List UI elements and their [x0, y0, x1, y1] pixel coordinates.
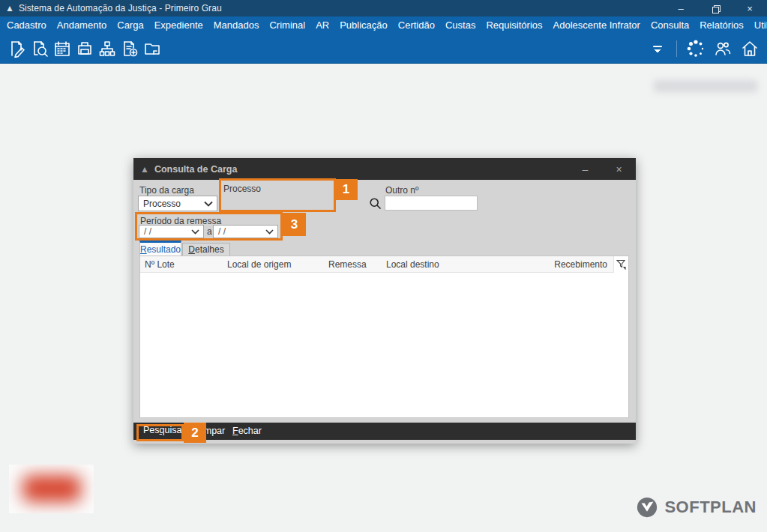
data-fim-select[interactable]: / /: [213, 225, 278, 238]
home-icon[interactable]: [739, 38, 761, 59]
column-header-local-origem[interactable]: Local de origem: [227, 259, 328, 270]
search-icon[interactable]: [369, 197, 382, 213]
edit-document-icon[interactable]: [6, 38, 28, 59]
loading-spinner-icon: [685, 38, 707, 59]
filter-icon[interactable]: [613, 256, 628, 273]
toolbar-right-group: [646, 38, 761, 59]
dialog-titlebar[interactable]: ▲ Consulta de Carga – ×: [133, 158, 636, 180]
menu-mandados[interactable]: Mandados: [208, 17, 265, 33]
fechar-button[interactable]: Fechar: [232, 426, 262, 436]
printer-icon[interactable]: [73, 38, 96, 59]
users-icon[interactable]: [712, 38, 734, 59]
softplan-logo: SOFTPLAN: [636, 496, 757, 519]
menu-andamento[interactable]: Andamento: [52, 17, 112, 33]
menu-consulta[interactable]: Consulta: [646, 17, 694, 33]
blurred-partner-logo: [9, 465, 94, 513]
menu-relatorios[interactable]: Relatórios: [694, 17, 749, 33]
softplan-emblem-icon: [636, 496, 658, 519]
menu-custas[interactable]: Custas: [440, 17, 481, 33]
restore-icon: [712, 5, 719, 12]
tipo-da-carga-label: Tipo da carga: [139, 185, 194, 196]
menu-certidao[interactable]: Certidão: [393, 17, 440, 33]
data-fim-value: / /: [218, 226, 226, 237]
tab-resultado[interactable]: Resultado: [139, 241, 181, 256]
close-button[interactable]: ×: [733, 0, 767, 16]
column-header-local-destino[interactable]: Local destino: [386, 259, 544, 270]
dialog-minimize-button[interactable]: –: [568, 158, 602, 180]
toolbar-separator: [676, 40, 677, 57]
tab-detalhes[interactable]: Detalhes: [182, 243, 230, 256]
tipo-da-carga-value: Processo: [143, 199, 181, 209]
pesquisar-button[interactable]: Pesquisar: [143, 425, 185, 435]
dialog-title: Consulta de Carga: [154, 164, 237, 175]
chevron-down-icon: [265, 229, 274, 235]
blurred-watermark-text: [654, 80, 757, 92]
window-title: Sistema de Automação da Justiça - Primei…: [19, 3, 222, 13]
menu-ar[interactable]: AR: [310, 17, 334, 33]
toolbar: [0, 34, 767, 64]
data-inicio-value: / /: [144, 226, 151, 237]
outro-numero-label: Outro nº: [385, 185, 418, 196]
chevron-down-icon: [204, 201, 213, 207]
menu-expediente[interactable]: Expediente: [149, 17, 208, 33]
periodo-separator-label: a: [207, 226, 212, 237]
toolbar-overflow-icon[interactable]: [646, 38, 669, 59]
folder-icon[interactable]: [141, 38, 163, 59]
menu-adolescente-infrator[interactable]: Adolescente Infrator: [548, 17, 646, 33]
tipo-da-carga-select[interactable]: Processo: [138, 196, 217, 211]
document-add-icon[interactable]: [118, 38, 141, 59]
dialog-caption-buttons: – ×: [568, 158, 636, 180]
calendar-icon[interactable]: [51, 38, 73, 59]
saj-dialog-logo-icon: ▲: [140, 165, 149, 174]
limpar-button[interactable]: Limpar: [196, 426, 225, 436]
menu-carga[interactable]: Carga: [112, 17, 148, 33]
minimize-button[interactable]: –: [664, 0, 698, 16]
hierarchy-icon[interactable]: [96, 38, 118, 59]
menu-utilitarios[interactable]: Utilitários: [749, 17, 767, 33]
saj-logo-icon: ▲: [5, 4, 14, 13]
dialog-button-bar: Pesquisar Limpar Fechar: [133, 423, 636, 440]
window-caption-buttons: – ×: [664, 0, 767, 16]
data-inicio-select[interactable]: / /: [139, 225, 204, 238]
chevron-down-icon: [191, 229, 199, 235]
menu-cadastro[interactable]: Cadastro: [1, 17, 52, 33]
results-table: Nº Lote Local de origem Remessa Local de…: [139, 256, 629, 418]
softplan-wordmark: SOFTPLAN: [664, 498, 757, 517]
results-table-header: Nº Lote Local de origem Remessa Local de…: [140, 256, 628, 273]
column-header-remessa[interactable]: Remessa: [328, 259, 386, 270]
dialog-close-button[interactable]: ×: [602, 158, 636, 180]
window-titlebar: ▲ Sistema de Automação da Justiça - Prim…: [0, 0, 767, 16]
search-document-icon[interactable]: [28, 38, 51, 59]
maximize-button[interactable]: [698, 0, 733, 16]
menu-criminal[interactable]: Criminal: [264, 17, 310, 33]
outro-numero-input[interactable]: [385, 196, 478, 211]
menubar: Cadastro Andamento Carga Expediente Mand…: [0, 16, 767, 34]
column-header-recebimento[interactable]: Recebimento: [544, 259, 613, 270]
results-table-body[interactable]: [140, 273, 628, 418]
menu-publicacao[interactable]: Publicação: [334, 17, 393, 33]
menu-requisitorios[interactable]: Requisitórios: [481, 17, 547, 33]
processo-label: Processo: [223, 184, 261, 194]
column-header-lote[interactable]: Nº Lote: [145, 259, 227, 270]
